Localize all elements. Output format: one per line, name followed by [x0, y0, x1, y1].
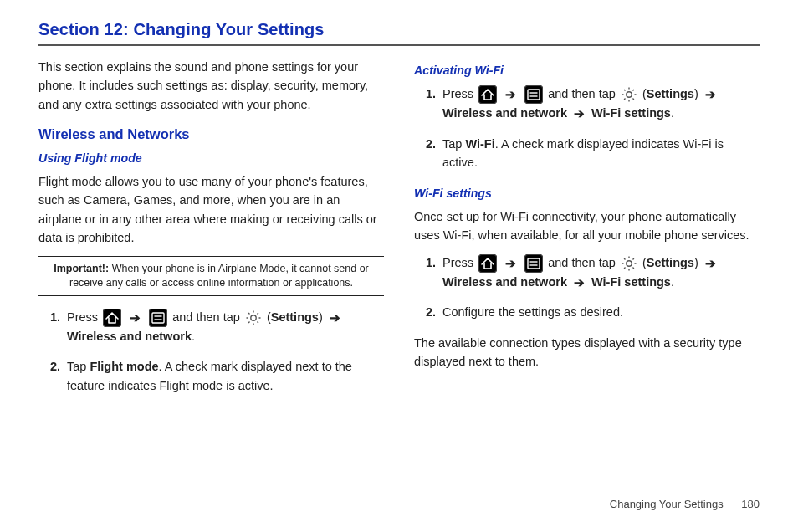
svg-point-11 — [627, 260, 632, 265]
wifi-settings-heading: Wi-Fi settings — [414, 184, 760, 202]
page-number: 180 — [741, 498, 760, 510]
intro-paragraph: This section explains the sound and phon… — [38, 58, 384, 114]
svg-rect-0 — [152, 313, 164, 323]
wifi-settings-label: Wi-Fi settings — [591, 275, 671, 289]
page-footer: Changing Your Settings 180 — [610, 498, 760, 510]
wifi-label: Wi-Fi — [465, 137, 494, 151]
step-text: and then tap — [548, 87, 619, 100]
menu-key-icon — [524, 254, 543, 273]
wifiset-step-2: Configure the settings as desired. — [439, 303, 760, 321]
flight-mode-heading: Using Flight mode — [38, 149, 384, 167]
activate-wifi-steps: Press ➔ and then tap (Settings) ➔ Wirele… — [414, 84, 760, 172]
menu-key-icon — [524, 85, 543, 104]
activate-step-2: Tap Wi-Fi. A check mark displayed indica… — [439, 135, 760, 172]
columns: This section explains the sound and phon… — [38, 58, 760, 407]
wireless-network-label: Wireless and network — [442, 275, 567, 289]
step-text: Configure the settings as desired. — [442, 305, 623, 319]
step-text: Press — [442, 87, 477, 100]
section-title: Section 12: Changing Your Settings — [38, 20, 760, 39]
arrow-icon: ➔ — [505, 254, 516, 273]
arrow-icon: ➔ — [505, 85, 516, 104]
settings-label: Settings — [647, 87, 694, 100]
svg-rect-8 — [528, 258, 540, 269]
wifi-settings-desc: Once set up for Wi-Fi connectivity, your… — [414, 207, 760, 245]
footer-label: Changing Your Settings — [610, 498, 724, 510]
important-text: When your phone is in Airplane Mode, it … — [69, 263, 369, 289]
arrow-icon: ➔ — [574, 274, 585, 292]
manual-page: Section 12: Changing Your Settings This … — [0, 0, 798, 415]
important-label: Important!: — [54, 263, 109, 274]
svg-rect-4 — [528, 90, 540, 100]
home-key-icon — [103, 309, 121, 327]
flight-mode-steps: Press ➔ and then tap (Settings) ➔ Wirele… — [38, 308, 384, 396]
arrow-icon: ➔ — [330, 309, 340, 327]
activating-wifi-heading: Activating Wi-Fi — [414, 61, 760, 79]
title-rule — [38, 44, 760, 46]
activate-step-1: Press ➔ and then tap (Settings) ➔ Wirele… — [439, 84, 760, 123]
wireless-heading: Wireless and Networks — [38, 124, 384, 146]
settings-label: Settings — [647, 256, 694, 269]
svg-point-7 — [627, 92, 632, 97]
wireless-network-label: Wireless and network — [442, 106, 567, 120]
step-text: Press — [442, 256, 477, 269]
flight-step-2: Tap Flight mode. A check mark displayed … — [64, 357, 384, 395]
arrow-icon: ➔ — [130, 309, 141, 327]
settings-gear-icon — [245, 309, 262, 326]
wifi-settings-label: Wi-Fi settings — [591, 106, 671, 120]
flight-mode-desc: Flight mode allows you to use many of yo… — [38, 172, 384, 248]
settings-label: Settings — [271, 310, 319, 324]
step-text: Tap — [442, 137, 465, 151]
arrow-icon: ➔ — [705, 85, 716, 104]
wifi-settings-steps: Press ➔ and then tap (Settings) ➔ Wirele… — [414, 253, 760, 322]
settings-gear-icon — [621, 255, 637, 272]
svg-point-3 — [251, 315, 256, 320]
step-text: and then tap — [172, 310, 243, 324]
flight-mode-label: Flight mode — [90, 360, 158, 373]
menu-key-icon — [149, 309, 167, 327]
arrow-icon: ➔ — [574, 105, 585, 123]
right-column: Activating Wi-Fi Press ➔ and then tap — [414, 58, 760, 407]
step-text: Press — [67, 310, 101, 324]
flight-step-1: Press ➔ and then tap (Settings) ➔ Wirele… — [64, 308, 384, 346]
settings-gear-icon — [621, 86, 637, 103]
step-text: Tap — [67, 360, 90, 373]
wireless-network-label: Wireless and network — [67, 330, 192, 343]
left-column: This section explains the sound and phon… — [38, 58, 384, 407]
important-note: Important!: When your phone is in Airpla… — [38, 256, 384, 296]
home-key-icon — [478, 254, 497, 273]
arrow-icon: ➔ — [705, 254, 716, 273]
wifi-settings-tail: The available connection types displayed… — [414, 334, 760, 371]
home-key-icon — [478, 85, 497, 104]
wifiset-step-1: Press ➔ and then tap (Settings) ➔ Wirele… — [439, 253, 760, 292]
step-text: and then tap — [548, 256, 619, 269]
